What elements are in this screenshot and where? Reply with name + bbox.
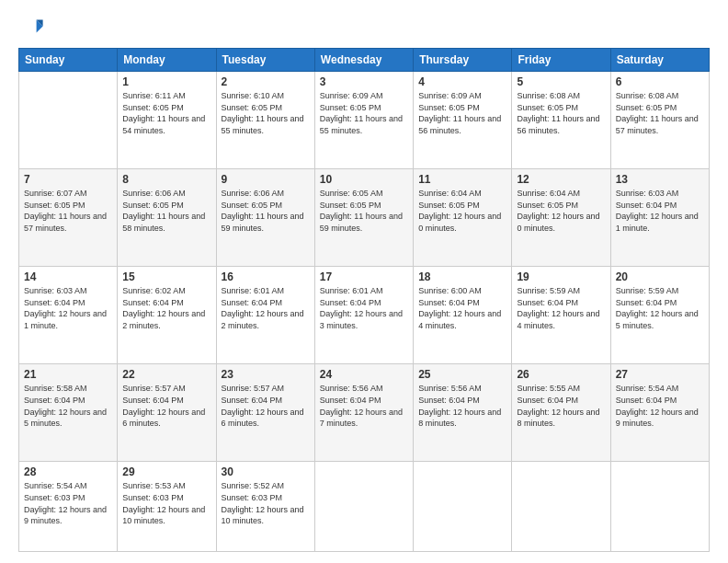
calendar-cell: 26Sunrise: 5:55 AMSunset: 6:04 PMDayligh…: [512, 364, 610, 462]
day-number: 6: [616, 75, 704, 88]
day-info: Sunrise: 6:03 AMSunset: 6:04 PMDaylight:…: [24, 285, 112, 331]
day-info: Sunrise: 6:06 AMSunset: 6:05 PMDaylight:…: [222, 188, 310, 234]
day-number: 5: [517, 75, 605, 88]
header: [18, 15, 710, 40]
calendar-cell: [314, 462, 413, 552]
day-number: 2: [222, 75, 310, 88]
day-number: 30: [222, 465, 310, 478]
calendar-cell: 18Sunrise: 6:00 AMSunset: 6:04 PMDayligh…: [414, 267, 512, 364]
day-info: Sunrise: 6:01 AMSunset: 6:04 PMDaylight:…: [222, 285, 310, 331]
day-info: Sunrise: 6:03 AMSunset: 6:04 PMDaylight:…: [616, 188, 704, 234]
day-info: Sunrise: 5:57 AMSunset: 6:04 PMDaylight:…: [222, 383, 310, 429]
calendar-cell: 17Sunrise: 6:01 AMSunset: 6:04 PMDayligh…: [314, 267, 413, 364]
day-number: 23: [222, 368, 310, 381]
day-number: 13: [616, 173, 704, 186]
day-info: Sunrise: 6:08 AMSunset: 6:05 PMDaylight:…: [616, 90, 704, 136]
weekday-header-tuesday: Tuesday: [216, 49, 314, 72]
day-number: 1: [122, 75, 210, 88]
day-info: Sunrise: 6:02 AMSunset: 6:04 PMDaylight:…: [122, 285, 210, 331]
day-info: Sunrise: 6:01 AMSunset: 6:04 PMDaylight:…: [320, 285, 408, 331]
calendar-cell: 15Sunrise: 6:02 AMSunset: 6:04 PMDayligh…: [118, 267, 216, 364]
calendar-cell: 10Sunrise: 6:05 AMSunset: 6:05 PMDayligh…: [314, 169, 413, 267]
calendar-cell: 12Sunrise: 6:04 AMSunset: 6:05 PMDayligh…: [512, 169, 610, 267]
calendar-cell: 24Sunrise: 5:56 AMSunset: 6:04 PMDayligh…: [314, 364, 413, 462]
day-info: Sunrise: 6:00 AMSunset: 6:04 PMDaylight:…: [418, 285, 506, 331]
day-info: Sunrise: 5:56 AMSunset: 6:04 PMDaylight:…: [418, 383, 506, 429]
day-number: 4: [418, 75, 506, 88]
calendar-cell: 27Sunrise: 5:54 AMSunset: 6:04 PMDayligh…: [610, 364, 709, 462]
day-info: Sunrise: 6:05 AMSunset: 6:05 PMDaylight:…: [320, 188, 408, 234]
calendar-cell: 2Sunrise: 6:10 AMSunset: 6:05 PMDaylight…: [216, 72, 314, 169]
day-number: 28: [24, 465, 112, 478]
day-info: Sunrise: 6:09 AMSunset: 6:05 PMDaylight:…: [320, 90, 408, 136]
calendar-cell: 28Sunrise: 5:54 AMSunset: 6:03 PMDayligh…: [19, 462, 118, 552]
calendar-cell: 8Sunrise: 6:06 AMSunset: 6:05 PMDaylight…: [118, 169, 216, 267]
calendar-cell: 16Sunrise: 6:01 AMSunset: 6:04 PMDayligh…: [216, 267, 314, 364]
day-info: Sunrise: 5:54 AMSunset: 6:04 PMDaylight:…: [616, 383, 704, 429]
calendar-cell: 3Sunrise: 6:09 AMSunset: 6:05 PMDaylight…: [314, 72, 413, 169]
weekday-header-wednesday: Wednesday: [314, 49, 413, 72]
calendar-cell: 7Sunrise: 6:07 AMSunset: 6:05 PMDaylight…: [19, 169, 118, 267]
weekday-header-sunday: Sunday: [19, 49, 118, 72]
calendar-cell: 23Sunrise: 5:57 AMSunset: 6:04 PMDayligh…: [216, 364, 314, 462]
day-info: Sunrise: 5:52 AMSunset: 6:03 PMDaylight:…: [222, 480, 310, 526]
day-number: 19: [517, 270, 605, 283]
day-number: 8: [122, 173, 210, 186]
calendar-cell: 9Sunrise: 6:06 AMSunset: 6:05 PMDaylight…: [216, 169, 314, 267]
calendar-cell: 19Sunrise: 5:59 AMSunset: 6:04 PMDayligh…: [512, 267, 610, 364]
calendar-cell: 14Sunrise: 6:03 AMSunset: 6:04 PMDayligh…: [19, 267, 118, 364]
day-number: 11: [418, 173, 506, 186]
calendar-cell: 22Sunrise: 5:57 AMSunset: 6:04 PMDayligh…: [118, 364, 216, 462]
calendar-cell: 6Sunrise: 6:08 AMSunset: 6:05 PMDaylight…: [610, 72, 709, 169]
calendar-cell: [512, 462, 610, 552]
calendar-cell: 25Sunrise: 5:56 AMSunset: 6:04 PMDayligh…: [414, 364, 512, 462]
weekday-header-friday: Friday: [512, 49, 610, 72]
day-info: Sunrise: 6:04 AMSunset: 6:05 PMDaylight:…: [517, 188, 605, 234]
day-number: 3: [320, 75, 408, 88]
calendar-cell: 11Sunrise: 6:04 AMSunset: 6:05 PMDayligh…: [414, 169, 512, 267]
day-number: 10: [320, 173, 408, 186]
day-number: 16: [222, 270, 310, 283]
calendar-cell: [19, 72, 118, 169]
day-info: Sunrise: 6:04 AMSunset: 6:05 PMDaylight:…: [418, 188, 506, 234]
calendar-cell: 30Sunrise: 5:52 AMSunset: 6:03 PMDayligh…: [216, 462, 314, 552]
day-number: 20: [616, 270, 704, 283]
day-number: 27: [616, 368, 704, 381]
logo-icon: [18, 15, 44, 40]
day-info: Sunrise: 6:11 AMSunset: 6:05 PMDaylight:…: [122, 90, 210, 136]
day-number: 7: [24, 173, 112, 186]
calendar-cell: 5Sunrise: 6:08 AMSunset: 6:05 PMDaylight…: [512, 72, 610, 169]
day-number: 12: [517, 173, 605, 186]
calendar-cell: 20Sunrise: 5:59 AMSunset: 6:04 PMDayligh…: [610, 267, 709, 364]
day-number: 17: [320, 270, 408, 283]
calendar-cell: 1Sunrise: 6:11 AMSunset: 6:05 PMDaylight…: [118, 72, 216, 169]
day-info: Sunrise: 5:56 AMSunset: 6:04 PMDaylight:…: [320, 383, 408, 429]
day-info: Sunrise: 6:07 AMSunset: 6:05 PMDaylight:…: [24, 188, 112, 234]
calendar-table: SundayMondayTuesdayWednesdayThursdayFrid…: [18, 48, 710, 552]
calendar-cell: [414, 462, 512, 552]
day-info: Sunrise: 5:57 AMSunset: 6:04 PMDaylight:…: [122, 383, 210, 429]
weekday-header-monday: Monday: [118, 49, 216, 72]
day-number: 15: [122, 270, 210, 283]
day-number: 26: [517, 368, 605, 381]
page: SundayMondayTuesdayWednesdayThursdayFrid…: [0, 0, 728, 563]
calendar-cell: 4Sunrise: 6:09 AMSunset: 6:05 PMDaylight…: [414, 72, 512, 169]
calendar-cell: 29Sunrise: 5:53 AMSunset: 6:03 PMDayligh…: [118, 462, 216, 552]
day-info: Sunrise: 5:55 AMSunset: 6:04 PMDaylight:…: [517, 383, 605, 429]
weekday-header-thursday: Thursday: [414, 49, 512, 72]
day-number: 14: [24, 270, 112, 283]
day-number: 21: [24, 368, 112, 381]
calendar-cell: 13Sunrise: 6:03 AMSunset: 6:04 PMDayligh…: [610, 169, 709, 267]
day-info: Sunrise: 6:10 AMSunset: 6:05 PMDaylight:…: [222, 90, 310, 136]
day-number: 29: [122, 465, 210, 478]
day-info: Sunrise: 5:58 AMSunset: 6:04 PMDaylight:…: [24, 383, 112, 429]
day-info: Sunrise: 5:59 AMSunset: 6:04 PMDaylight:…: [616, 285, 704, 331]
day-info: Sunrise: 6:06 AMSunset: 6:05 PMDaylight:…: [122, 188, 210, 234]
day-number: 22: [122, 368, 210, 381]
day-info: Sunrise: 6:08 AMSunset: 6:05 PMDaylight:…: [517, 90, 605, 136]
day-info: Sunrise: 6:09 AMSunset: 6:05 PMDaylight:…: [418, 90, 506, 136]
day-number: 24: [320, 368, 408, 381]
day-number: 9: [222, 173, 310, 186]
day-info: Sunrise: 5:54 AMSunset: 6:03 PMDaylight:…: [24, 480, 112, 526]
day-info: Sunrise: 5:59 AMSunset: 6:04 PMDaylight:…: [517, 285, 605, 331]
